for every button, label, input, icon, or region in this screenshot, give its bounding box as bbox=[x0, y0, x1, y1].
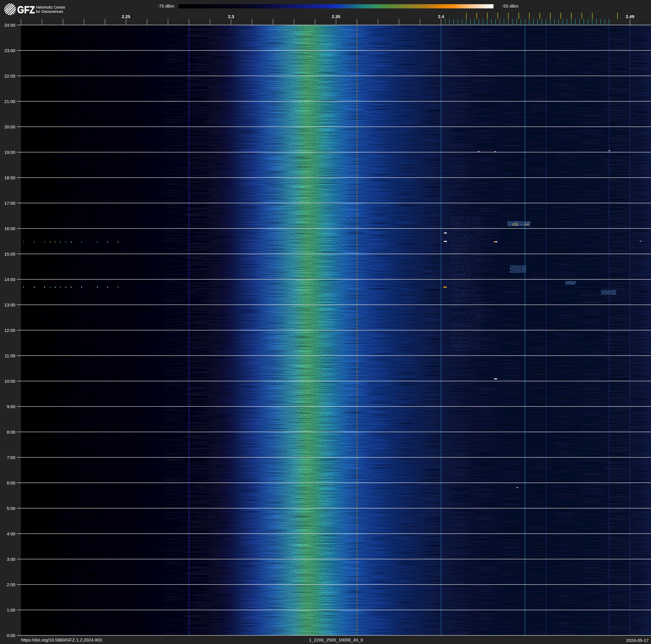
svg-text:GFZ: GFZ bbox=[17, 4, 35, 16]
svg-text:2.3: 2.3 bbox=[228, 14, 234, 19]
svg-text:https://doi.org/10.5880/GFZ.1.: https://doi.org/10.5880/GFZ.1.2.2024.003 bbox=[21, 638, 102, 642]
svg-text:5:00: 5:00 bbox=[7, 506, 15, 511]
svg-text:21:00: 21:00 bbox=[4, 99, 15, 104]
svg-text:12:00: 12:00 bbox=[4, 328, 15, 333]
svg-text:24:00: 24:00 bbox=[4, 23, 15, 28]
svg-text:14:00: 14:00 bbox=[4, 277, 15, 282]
svg-text:22:00: 22:00 bbox=[4, 74, 15, 79]
svg-text:1:00: 1:00 bbox=[7, 608, 15, 612]
svg-text:2.49: 2.49 bbox=[626, 14, 634, 19]
svg-text:13:00: 13:00 bbox=[4, 302, 15, 307]
svg-text:17:00: 17:00 bbox=[4, 201, 15, 206]
svg-text:2.35: 2.35 bbox=[332, 14, 340, 19]
svg-text:3:00: 3:00 bbox=[7, 557, 15, 562]
svg-text:20:00: 20:00 bbox=[4, 124, 15, 129]
svg-text:6:00: 6:00 bbox=[7, 480, 15, 485]
svg-text:-55 dBm: -55 dBm bbox=[502, 4, 519, 8]
svg-text:18:00: 18:00 bbox=[4, 175, 15, 180]
svg-text:0:00: 0:00 bbox=[7, 633, 15, 638]
svg-text:16:00: 16:00 bbox=[4, 226, 15, 231]
svg-text:10:00: 10:00 bbox=[4, 379, 15, 384]
svg-text:2.25: 2.25 bbox=[122, 14, 130, 19]
svg-text:19:00: 19:00 bbox=[4, 150, 15, 155]
svg-text:-75 dBm: -75 dBm bbox=[158, 4, 174, 8]
svg-text:2:00: 2:00 bbox=[7, 582, 15, 587]
svg-text:23:00: 23:00 bbox=[4, 48, 15, 53]
svg-text:2024-05-17: 2024-05-17 bbox=[626, 638, 649, 643]
svg-text:4:00: 4:00 bbox=[7, 531, 15, 536]
svg-text:for Geosciences: for Geosciences bbox=[36, 9, 63, 14]
svg-text:1_2200_2500_10000_40_0: 1_2200_2500_10000_40_0 bbox=[309, 638, 363, 643]
svg-text:7:00: 7:00 bbox=[7, 455, 15, 460]
svg-text:11:00: 11:00 bbox=[5, 353, 15, 358]
svg-text:2.4: 2.4 bbox=[438, 14, 444, 19]
svg-text:Helmholtz Centre: Helmholtz Centre bbox=[36, 5, 65, 9]
svg-text:8:00: 8:00 bbox=[7, 430, 15, 435]
svg-text:9:00: 9:00 bbox=[7, 404, 15, 409]
svg-text:15:00: 15:00 bbox=[4, 252, 15, 257]
